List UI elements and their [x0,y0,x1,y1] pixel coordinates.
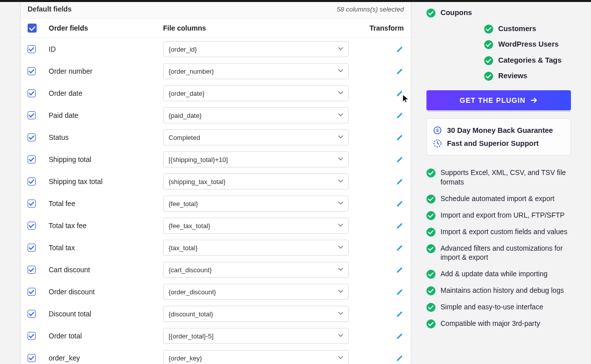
check-icon [484,56,493,65]
check-icon [426,244,435,253]
row-checkbox[interactable] [28,89,36,97]
file-column-select[interactable]: {fee_total} [163,196,349,212]
check-icon [426,195,435,204]
row-checkbox[interactable] [28,332,36,340]
edit-transform-button[interactable] [396,111,404,119]
file-column-select[interactable]: {discount_total} [163,306,349,322]
check-icon [426,286,435,295]
edit-transform-button[interactable] [396,310,404,318]
table-header: Order fields File columns Transform [21,19,411,38]
get-plugin-button[interactable]: GET THE PLUGIN [426,90,571,110]
feature-item: Supports Excel, XML, CSV, and TSV file f… [426,164,571,191]
row-checkbox[interactable] [28,133,36,141]
file-column-select[interactable]: {paid_date} [163,107,349,123]
edit-transform-button[interactable] [396,177,404,186]
file-column-select[interactable]: {cart_discount} [163,262,349,278]
file-column-select[interactable]: {order_id} [163,41,349,57]
side-item: Reviews [426,68,571,84]
arrow-right-icon [530,96,538,104]
table-row: Total tax{tax_total} [21,237,411,259]
table-row: Total fee{fee_total} [21,193,411,215]
check-icon [426,303,435,312]
edit-transform-button[interactable] [396,133,404,141]
file-column-select[interactable]: {order_discount} [163,284,349,300]
table-row: Shipping total[{shipping_total}+10] [21,148,411,170]
feature-item: Add & update data while importing [426,266,571,282]
side-item: Categories & Tags [426,53,571,69]
edit-transform-button[interactable] [396,200,404,208]
side-item: WordPress Users [426,37,571,53]
edit-transform-button[interactable] [396,155,404,163]
field-label: Order number [49,67,163,75]
row-checkbox[interactable] [28,244,36,252]
file-column-select[interactable]: [{shipping_total}+10] [163,151,349,167]
table-row: Paid date{paid_date} [21,104,411,126]
panel-header: Default fields 58 columns(s) selected [21,0,411,19]
field-label: Paid date [49,111,163,119]
edit-transform-button[interactable] [396,288,404,296]
row-checkbox[interactable] [28,266,36,274]
money-back-icon: $ [433,126,442,135]
field-label: Order date [49,89,163,97]
panel-title: Default fields [28,5,72,13]
feature-item: Import & export custom fields and values [426,224,571,240]
side-item: Customers [426,21,571,37]
edit-transform-button[interactable] [396,222,404,230]
select-all-checkbox[interactable] [28,24,37,33]
table-row: Order number{order_number} [21,60,411,82]
row-checkbox[interactable] [28,288,36,296]
edit-transform-button[interactable] [396,89,404,97]
edit-transform-button[interactable] [396,354,404,362]
field-label: Total fee [49,200,163,208]
field-label: Status [49,133,163,141]
feature-item: Simple and easy-to-use interface [426,299,571,315]
field-label: ID [49,45,163,53]
feature-item: Import and export from URL, FTP/SFTP [426,207,571,224]
file-column-select[interactable]: {shipping_tax_total} [163,173,349,190]
check-icon [426,319,435,328]
row-checkbox[interactable] [28,111,36,119]
info-box: $ 30 Day Money Back Guarantee Fast and S… [426,118,571,155]
guarantee-text: 30 Day Money Back Guarantee [447,126,553,134]
file-column-select[interactable]: [{order_total}-5] [163,328,349,344]
edit-transform-button[interactable] [396,244,404,252]
edit-transform-button[interactable] [396,332,404,340]
feature-item: Schedule automated import & export [426,191,571,207]
table-row: Order total[{order_total}-5] [21,325,411,347]
check-icon [426,228,435,237]
file-column-select[interactable]: {fee_tax_total} [163,218,349,234]
default-fields-panel: Default fields 58 columns(s) selected Or… [20,0,411,364]
svg-text:$: $ [436,128,438,133]
check-icon [426,9,435,18]
row-checkbox[interactable] [28,354,36,362]
field-label: Discount total [49,310,163,318]
file-column-select[interactable]: {order_number} [163,63,349,79]
edit-transform-button[interactable] [396,266,404,274]
file-column-select[interactable]: {order_date} [163,85,349,101]
field-label: Shipping tax total [49,177,163,186]
field-label: Shipping total [49,155,163,163]
row-checkbox[interactable] [28,222,36,230]
row-checkbox[interactable] [28,200,36,208]
side-item-coupons: Coupons [426,5,571,21]
table-row: StatusCompleted [21,126,411,148]
table-row: Order discount{order_discount} [21,281,411,303]
row-checkbox[interactable] [28,155,36,163]
check-icon [484,25,493,34]
feature-item: Advanced filters and customizations for … [426,240,571,266]
edit-transform-button[interactable] [396,45,404,53]
support-text: Fast and Superior Support [447,139,539,147]
check-icon [484,40,493,49]
table-row: Shipping tax total{shipping_tax_total} [21,170,411,193]
file-column-select[interactable]: Completed [163,129,349,145]
row-checkbox[interactable] [28,177,36,186]
file-column-select[interactable]: {order_key} [163,350,349,364]
check-icon [426,211,435,220]
row-checkbox[interactable] [28,67,36,75]
file-column-select[interactable]: {tax_total} [163,240,349,256]
edit-transform-button[interactable] [396,67,404,75]
field-label: Total tax fee [49,222,163,230]
table-row: Total tax fee{fee_tax_total} [21,215,411,237]
row-checkbox[interactable] [28,310,36,318]
row-checkbox[interactable] [28,45,36,53]
